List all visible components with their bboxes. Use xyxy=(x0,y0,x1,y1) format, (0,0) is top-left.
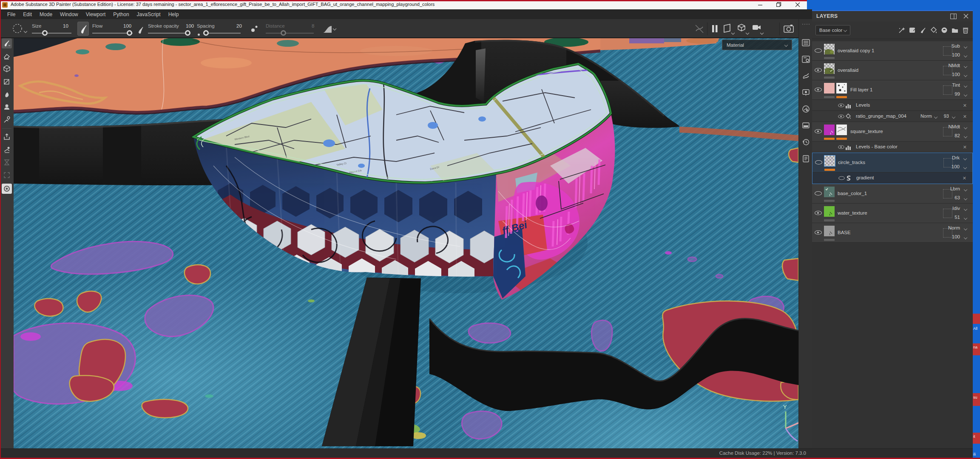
visibility-toggle-icon[interactable] xyxy=(815,48,822,53)
visibility-toggle-icon[interactable] xyxy=(815,88,822,92)
stroke-opacity-slider[interactable] xyxy=(148,33,190,34)
texture-set-settings-icon[interactable] xyxy=(801,54,810,64)
texture-set-list-icon[interactable] xyxy=(801,38,810,47)
layer-row[interactable]: overallaid copy 1 Sub 100 xyxy=(812,41,973,61)
visibility-toggle-icon[interactable] xyxy=(815,160,822,164)
layer-effect-row[interactable]: Levels ✕ xyxy=(812,100,973,111)
symmetry-icon[interactable] xyxy=(2,184,12,194)
projection-tool-icon[interactable] xyxy=(2,64,12,74)
layer-opacity[interactable]: 99 xyxy=(954,91,960,96)
3d-viewport[interactable]: ff Bei xyxy=(14,38,798,448)
layer-thumbnail[interactable] xyxy=(824,44,835,54)
menu-viewport[interactable]: Viewport xyxy=(82,11,109,17)
blend-mode[interactable]: NMdt xyxy=(949,124,960,129)
blend-mode[interactable]: Norm xyxy=(948,225,960,230)
menu-python[interactable]: Python xyxy=(109,11,133,17)
dock-handle[interactable] xyxy=(802,23,810,26)
layers-panel-header[interactable]: LAYERS xyxy=(812,11,973,21)
remove-effect-icon[interactable]: ✕ xyxy=(963,144,967,150)
delete-layer-icon[interactable] xyxy=(962,26,969,34)
blend-mode[interactable]: Tint xyxy=(952,82,960,88)
layer-mask-thumbnail[interactable] xyxy=(836,125,847,135)
visibility-toggle-icon[interactable] xyxy=(815,68,822,72)
menu-help[interactable]: Help xyxy=(165,11,183,17)
panel-layout-icon[interactable] xyxy=(950,14,957,19)
blend-mode[interactable]: NMdt xyxy=(949,63,960,68)
remove-effect-icon[interactable]: ✕ xyxy=(963,114,967,119)
spacing-slider[interactable] xyxy=(203,33,241,34)
falloff-curve-icon[interactable] xyxy=(322,24,337,34)
layer-opacity[interactable]: 51 xyxy=(954,215,960,220)
visibility-toggle-icon[interactable] xyxy=(838,145,844,149)
layer-effect-row[interactable]: Levels - Base color ✕ xyxy=(812,142,973,153)
log-icon[interactable] xyxy=(801,154,810,163)
blend-mode[interactable]: Drk xyxy=(952,155,960,160)
bake-tool-icon[interactable] xyxy=(2,144,12,155)
remove-effect-icon[interactable]: ✕ xyxy=(963,176,966,181)
visibility-toggle-icon[interactable] xyxy=(838,104,844,108)
smudge-tool-icon[interactable] xyxy=(2,89,12,99)
display-settings-icon[interactable] xyxy=(801,88,810,97)
layer-row[interactable]: square_texture NMdt 82 xyxy=(812,122,973,142)
paint-tool-icon[interactable] xyxy=(2,38,12,48)
screenshot-camera-icon[interactable] xyxy=(784,24,795,34)
scatter-icon[interactable] xyxy=(250,24,259,34)
add-smart-mask-icon[interactable] xyxy=(909,26,916,34)
add-smart-material-icon[interactable] xyxy=(898,26,906,34)
layer-row[interactable]: Fill layer 1 Tint 99 xyxy=(812,80,973,100)
menu-file[interactable]: File xyxy=(3,11,19,17)
mesh-view-icon[interactable] xyxy=(737,23,750,36)
add-folder-icon[interactable] xyxy=(951,26,959,34)
layer-row-selected[interactable]: circle_tracks Drk 100 xyxy=(812,153,972,173)
title-bar[interactable]: Adobe Substance 3D Painter (Substance Ed… xyxy=(0,0,807,9)
layer-opacity[interactable]: 100 xyxy=(952,234,960,239)
layer-thumbnail[interactable] xyxy=(824,156,835,166)
flow-slider-knob[interactable] xyxy=(127,30,132,36)
menu-javascript[interactable]: JavaScript xyxy=(133,11,165,17)
effect-opacity[interactable]: 93 xyxy=(944,113,949,119)
blend-mode[interactable]: Idiv xyxy=(952,206,960,211)
brush-stroke-icon[interactable] xyxy=(801,71,810,80)
material-picker-tool-icon[interactable] xyxy=(2,115,12,125)
layer-thumbnail[interactable] xyxy=(824,206,835,217)
shader-settings-icon[interactable] xyxy=(801,104,810,113)
add-paint-layer-icon[interactable] xyxy=(919,26,927,34)
channel-dropdown[interactable]: Base color xyxy=(815,25,850,35)
lazy-mouse-icon[interactable] xyxy=(694,23,705,34)
menu-mode[interactable]: Mode xyxy=(36,11,56,17)
export-tool-icon[interactable] xyxy=(2,132,12,142)
brush-preview-icon[interactable] xyxy=(12,23,27,35)
layer-thumbnail[interactable] xyxy=(824,226,835,236)
layer-row[interactable]: water_texture Idiv 51 xyxy=(812,204,973,223)
spacing-slider-knob[interactable] xyxy=(203,30,209,36)
viewer-settings-icon[interactable] xyxy=(801,121,810,130)
visibility-toggle-icon[interactable] xyxy=(815,211,822,215)
visibility-toggle-icon[interactable] xyxy=(838,115,844,119)
layer-thumbnail[interactable] xyxy=(824,187,835,197)
layer-color-thumbnail[interactable] xyxy=(824,125,835,135)
material-mode-dropdown[interactable]: Material xyxy=(722,40,792,50)
maximize-button[interactable] xyxy=(770,0,788,9)
layer-stack-box[interactable] xyxy=(943,209,952,218)
history-icon[interactable] xyxy=(801,137,810,147)
distance-slider-knob[interactable] xyxy=(281,30,286,36)
size-slider[interactable] xyxy=(32,33,71,34)
layer-mask-thumbnail[interactable] xyxy=(836,83,847,94)
remove-effect-icon[interactable]: ✕ xyxy=(963,103,967,108)
layer-row[interactable]: BASE Norm 100 xyxy=(812,223,973,243)
clone-tool-icon[interactable] xyxy=(2,102,12,112)
layer-thumbnail[interactable] xyxy=(824,63,835,74)
layer-opacity[interactable]: 82 xyxy=(954,133,960,138)
viewport-mode-icon[interactable] xyxy=(723,23,736,36)
layer-opacity[interactable]: 100 xyxy=(952,164,960,169)
eraser-tool-icon[interactable] xyxy=(2,51,12,61)
distance-slider[interactable] xyxy=(266,33,314,34)
minimize-button[interactable] xyxy=(751,0,770,9)
visibility-toggle-icon[interactable] xyxy=(838,176,844,180)
menu-window[interactable]: Window xyxy=(56,11,82,17)
layer-row[interactable]: overallaid NMdt 100 xyxy=(812,61,973,80)
hourglass-icon[interactable] xyxy=(2,157,12,167)
size-slider-knob[interactable] xyxy=(42,30,48,36)
blend-mode[interactable]: Lbrn xyxy=(950,186,960,191)
layer-effect-row[interactable]: ratio_grunge_map_004 Norm 93 ✕ xyxy=(812,111,973,122)
